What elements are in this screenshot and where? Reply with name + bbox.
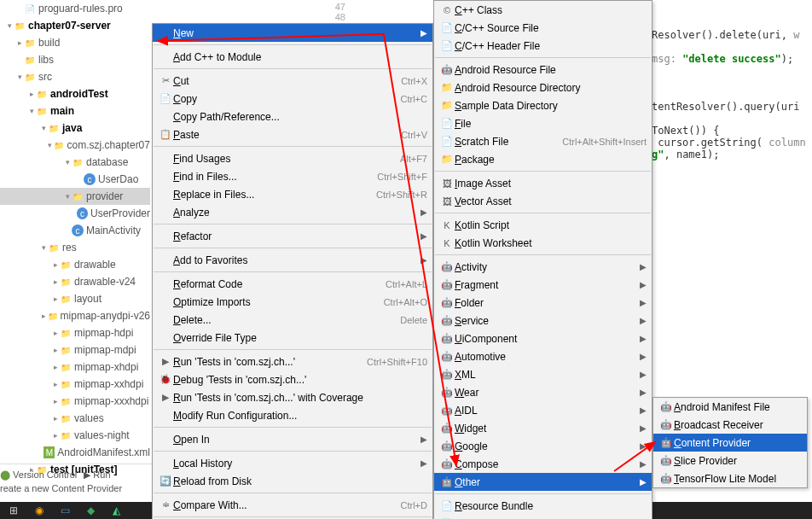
chrome-icon[interactable]: ◉ bbox=[32, 504, 46, 517]
tree-item[interactable]: ▸📁values bbox=[0, 410, 150, 427]
menu-item[interactable]: 🤖Fragment▶ bbox=[434, 276, 652, 294]
menu-item[interactable]: Optimize ImportsCtrl+Alt+O bbox=[153, 293, 432, 311]
menu-item[interactable]: Reformat CodeCtrl+Alt+L bbox=[153, 275, 432, 293]
menu-item[interactable]: Analyze▶ bbox=[153, 203, 432, 221]
tree-item[interactable]: 📁libs bbox=[0, 51, 150, 68]
menu-item[interactable]: 🤖Android Manifest File bbox=[653, 398, 807, 416]
menu-item[interactable]: 🤖Compose▶ bbox=[434, 455, 652, 473]
menu-item[interactable]: 🤖Slice Provider bbox=[653, 452, 807, 469]
menu-item[interactable]: Local History▶ bbox=[153, 454, 432, 472]
menu-item[interactable]: 📄C/C++ Header File bbox=[434, 37, 652, 55]
menu-item[interactable]: 🤖Wear▶ bbox=[434, 383, 652, 401]
project-tree[interactable]: 📄proguard-rules.pro▾📁chapter07-server▸📁b… bbox=[0, 0, 150, 478]
menu-item[interactable]: 📁Sample Data Directory bbox=[434, 96, 652, 114]
menu-item[interactable]: 🤖XML▶ bbox=[434, 365, 652, 383]
tree-item[interactable]: ▸📁drawable bbox=[0, 256, 150, 273]
menu-item[interactable]: New▶ bbox=[153, 24, 432, 42]
menu-item[interactable]: Open In▶ bbox=[153, 430, 432, 448]
status-hint: reate a new Content Provider bbox=[0, 483, 122, 493]
start-icon[interactable]: ⊞ bbox=[7, 504, 20, 517]
menu-item[interactable]: 🤖AIDL▶ bbox=[434, 401, 652, 419]
version-control-tab[interactable]: ⬤ Version Control bbox=[0, 469, 77, 481]
menu-item[interactable]: 🐞Debug 'Tests in 'com.szj.ch...' bbox=[153, 370, 432, 388]
tree-item[interactable]: ▸📁mipmap-xxhdpi bbox=[0, 376, 150, 393]
tree-item[interactable]: cMainActivity bbox=[0, 222, 150, 239]
menu-item[interactable]: 🤖Content Provider bbox=[653, 434, 807, 452]
tree-item[interactable]: ▾📁com.szj.chapter07 bbox=[0, 137, 150, 154]
menu-item[interactable]: Copy Path/Reference... bbox=[153, 108, 432, 125]
new-submenu[interactable]: ©C++ Class📄C/C++ Source File📄C/C++ Heade… bbox=[433, 0, 652, 519]
menu-item[interactable]: 📁Android Resource Directory bbox=[434, 79, 652, 96]
tree-item[interactable]: ▸📁build bbox=[0, 34, 150, 51]
android-studio-icon[interactable]: ◭ bbox=[109, 504, 123, 517]
tree-item[interactable]: ▾📁java bbox=[0, 120, 150, 137]
menu-item[interactable]: Find UsagesAlt+F7 bbox=[153, 149, 432, 167]
context-menu[interactable]: New▶Add C++ to Module✂CutCtrl+X📄CopyCtrl… bbox=[152, 23, 433, 519]
menu-item[interactable]: 🖼Vector Asset bbox=[434, 192, 652, 210]
tree-item[interactable]: ▾📁main bbox=[0, 102, 150, 120]
menu-item[interactable]: ▶Run 'Tests in 'com.szj.ch...' with Cove… bbox=[153, 388, 432, 406]
tree-item[interactable]: ▾📁provider bbox=[0, 188, 150, 205]
tree-item[interactable]: ▾📁chapter07-server bbox=[0, 17, 150, 34]
menu-item[interactable]: 🤖TensorFlow Lite Model bbox=[653, 469, 807, 487]
tree-item[interactable]: ▸📁mipmap-mdpi bbox=[0, 341, 150, 359]
tree-item[interactable]: ▾📁src bbox=[0, 68, 150, 85]
tree-item[interactable]: ▸📁layout bbox=[0, 290, 150, 307]
menu-item[interactable]: Find in Files...Ctrl+Shift+F bbox=[153, 167, 432, 185]
menu-item[interactable]: Override File Type bbox=[153, 329, 432, 347]
menu-item[interactable]: 🤖Folder▶ bbox=[434, 294, 652, 312]
menu-item[interactable]: KKotlin Worksheet bbox=[434, 234, 652, 252]
menu-item[interactable]: 📄Resource Bundle bbox=[434, 497, 652, 515]
menu-item[interactable]: Delete...Delete bbox=[153, 311, 432, 329]
tree-item[interactable]: 📄proguard-rules.pro bbox=[0, 0, 150, 17]
menu-item[interactable]: 🤖UiComponent▶ bbox=[434, 329, 652, 347]
menu-item[interactable]: 📄EditorConfig File bbox=[434, 515, 652, 519]
menu-item[interactable]: ✂CutCtrl+X bbox=[153, 72, 432, 90]
menu-item[interactable]: Add to Favorites▶ bbox=[153, 251, 432, 269]
tree-item[interactable]: ▸📁mipmap-xxxhdpi bbox=[0, 393, 150, 410]
menu-item[interactable]: 🤖Other▶ bbox=[434, 473, 652, 491]
menu-item[interactable]: Add C++ to Module bbox=[153, 48, 432, 66]
menu-item[interactable]: 🤖Android Resource File bbox=[434, 61, 652, 79]
menu-item[interactable]: 📄File bbox=[434, 114, 652, 132]
menu-item[interactable]: 🤖Google▶ bbox=[434, 437, 652, 455]
tree-item[interactable]: ▾📁res bbox=[0, 239, 150, 256]
menu-item[interactable]: 🤖Automotive▶ bbox=[434, 347, 652, 365]
menu-item[interactable]: Modify Run Configuration... bbox=[153, 406, 432, 424]
tree-item[interactable]: cUserDao bbox=[0, 171, 150, 188]
tree-item[interactable]: ▸📁mipmap-anydpi-v26 bbox=[0, 307, 150, 324]
menu-item[interactable]: KKotlin Script bbox=[434, 216, 652, 234]
tree-item[interactable]: ▸📁drawable-v24 bbox=[0, 273, 150, 290]
tree-item[interactable]: ▸📁values-night bbox=[0, 427, 150, 444]
menu-item[interactable]: 📄Scratch FileCtrl+Alt+Shift+Insert bbox=[434, 132, 652, 150]
tree-item[interactable]: ▾📁database bbox=[0, 154, 150, 171]
tree-item[interactable]: MAndroidManifest.xml bbox=[0, 444, 150, 461]
menu-item[interactable]: ©C++ Class bbox=[434, 1, 652, 19]
tree-item[interactable]: cUserProvider bbox=[0, 205, 150, 222]
menu-item[interactable]: 🔄Reload from Disk bbox=[153, 472, 432, 490]
menu-item[interactable]: 📄CopyCtrl+C bbox=[153, 90, 432, 108]
menu-item[interactable]: Refactor▶ bbox=[153, 227, 432, 245]
menu-item[interactable]: 📁Package bbox=[434, 150, 652, 168]
tree-item[interactable]: ▸📁androidTest bbox=[0, 85, 150, 102]
menu-item[interactable]: 🤖Widget▶ bbox=[434, 419, 652, 437]
menu-item[interactable]: 📄C/C++ Source File bbox=[434, 19, 652, 37]
menu-item[interactable]: 🤖Service▶ bbox=[434, 312, 652, 329]
menu-item[interactable]: Replace in Files...Ctrl+Shift+R bbox=[153, 185, 432, 203]
menu-item[interactable]: 🤖Activity▶ bbox=[434, 258, 652, 276]
tree-item[interactable]: ▸📁mipmap-xhdpi bbox=[0, 359, 150, 376]
tree-item[interactable]: ▸📁mipmap-hdpi bbox=[0, 324, 150, 341]
run-tab[interactable]: ▶ Run bbox=[84, 469, 110, 481]
editor-code: Resolver().delete(uri, w msg: "delete su… bbox=[652, 17, 806, 160]
menu-item[interactable]: ▶Run 'Tests in 'com.szj.ch...'Ctrl+Shift… bbox=[153, 353, 432, 370]
app-icon[interactable]: ◆ bbox=[84, 504, 97, 517]
other-submenu[interactable]: 🤖Android Manifest File🤖Broadcast Receive… bbox=[652, 397, 808, 488]
menu-item[interactable]: 🤖Broadcast Receiver bbox=[653, 416, 807, 434]
menu-item[interactable]: 📋PasteCtrl+V bbox=[153, 125, 432, 143]
explorer-icon[interactable]: ▭ bbox=[58, 504, 72, 517]
menu-item[interactable]: 🖼Image Asset bbox=[434, 174, 652, 192]
editor-gutter: 4748 bbox=[320, 2, 345, 22]
menu-item[interactable]: ≑Compare With...Ctrl+D bbox=[153, 496, 432, 514]
